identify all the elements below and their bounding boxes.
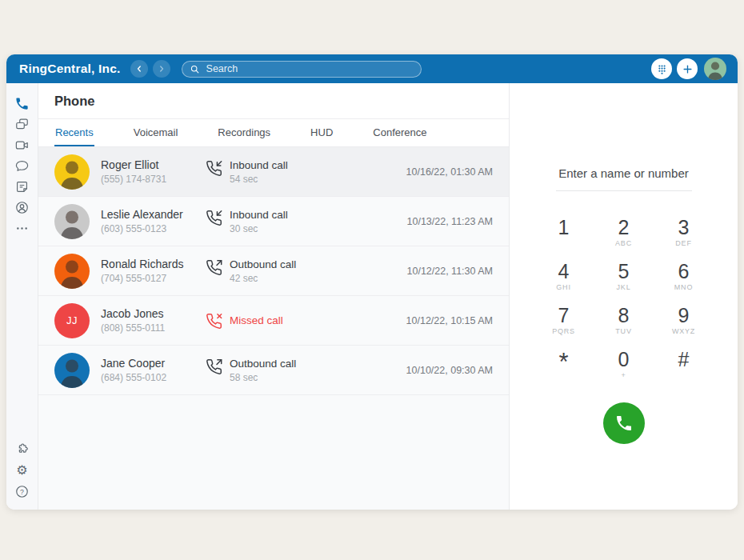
key-letters: TUV (615, 327, 631, 336)
dialpad-key-star[interactable]: * (534, 347, 594, 391)
call-type: Outbound call 42 sec (206, 258, 296, 284)
svg-text:?: ? (20, 487, 24, 495)
dialpad-key-8[interactable]: 8TUV (594, 303, 654, 347)
left-navigation-rail: ⚙ ? (6, 83, 38, 510)
call-duration: 54 sec (230, 174, 288, 185)
sidebar-item-text[interactable] (12, 114, 33, 134)
caller-info: Roger Elliot (555) 174-8731 (101, 158, 205, 185)
nav-back-button[interactable] (130, 60, 148, 78)
notes-icon (14, 179, 30, 194)
key-letters: DEF (675, 239, 691, 248)
call-row[interactable]: Ronald Richards (704) 555-0127 Outbound … (38, 246, 509, 296)
key-digit: 3 (678, 215, 690, 239)
phone-panel: Phone Recents Voicemail Recordings HUD C… (38, 83, 510, 510)
caller-number: (555) 174-8731 (101, 174, 205, 185)
dial-input-wrap (556, 166, 692, 191)
tab-recordings[interactable]: Recordings (217, 119, 271, 146)
call-timestamp: 10/16/22, 01:30 AM (406, 166, 493, 178)
help-icon: ? (14, 484, 30, 499)
dialpad-key-1[interactable]: 1 (534, 215, 594, 259)
avatar: JJ (54, 303, 90, 338)
desktop-background: RingCentral, Inc. (0, 0, 744, 560)
open-dialpad-button[interactable] (651, 58, 672, 79)
call-type-label: Missed call (230, 314, 283, 326)
plus-icon (682, 63, 694, 75)
tab-conference[interactable]: Conference (372, 119, 427, 146)
call-timestamp: 10/12/22, 10:15 AM (406, 315, 493, 326)
call-row[interactable]: Leslie Alexander (603) 555-0123 Inbound … (38, 197, 509, 246)
sidebar-item-settings[interactable]: ⚙ (12, 460, 33, 481)
caller-name: Leslie Alexander (101, 208, 205, 221)
key-letters: JKL (617, 283, 631, 292)
phone-icon (14, 96, 30, 111)
sidebar-item-contacts[interactable] (12, 197, 33, 218)
key-digit: # (678, 347, 690, 371)
call-type: Inbound call 30 sec (206, 209, 288, 234)
call-timestamp: 10/13/22, 11:23 AM (407, 216, 494, 227)
top-bar: RingCentral, Inc. (6, 54, 738, 83)
search-input[interactable] (205, 62, 414, 75)
video-icon (14, 138, 30, 153)
key-digit: 8 (618, 303, 630, 327)
key-letters: + (621, 371, 626, 380)
key-digit: 9 (678, 303, 690, 327)
key-digit: 0 (618, 347, 630, 371)
call-row[interactable]: JJ Jacob Jones (808) 555-0111 Missed cal… (38, 296, 509, 346)
caller-info: Jane Cooper (684) 555-0102 (101, 357, 205, 383)
more-dots-icon (14, 221, 30, 236)
call-type: Inbound call 54 sec (206, 159, 288, 185)
outbound-call-icon (206, 259, 222, 276)
search-icon (190, 64, 200, 74)
key-digit: 4 (558, 259, 570, 283)
sidebar-item-chat[interactable] (12, 155, 33, 176)
sidebar-item-phone[interactable] (12, 93, 33, 114)
dialpad-key-0[interactable]: 0+ (594, 347, 654, 391)
sidebar-item-notes[interactable] (12, 176, 33, 197)
caller-number: (603) 555-0123 (101, 223, 205, 234)
dialpad-key-7[interactable]: 7PQRS (534, 303, 594, 347)
call-type-label: Inbound call (230, 159, 288, 171)
call-type-label: Inbound call (230, 209, 288, 221)
key-digit: * (558, 347, 568, 378)
global-search[interactable] (182, 61, 422, 78)
tab-recents[interactable]: Recents (54, 119, 94, 146)
tab-voicemail[interactable]: Voicemail (133, 119, 179, 146)
sidebar-item-video[interactable] (12, 134, 33, 155)
key-digit: 1 (558, 215, 570, 239)
avatar (54, 204, 90, 239)
chat-bubble-icon (14, 158, 30, 174)
sidebar-item-apps[interactable] (12, 439, 33, 460)
phone-tabs: Recents Voicemail Recordings HUD Confere… (38, 119, 509, 147)
start-call-button[interactable] (603, 402, 645, 444)
key-digit: 5 (618, 259, 630, 283)
inbound-call-icon (206, 160, 222, 177)
dialpad-keys: 1 2ABC 3DEF 4GHI 5JKL 6MNO 7PQRS 8TUV 9W… (534, 215, 714, 391)
dialpad-key-6[interactable]: 6MNO (654, 259, 714, 303)
dialpad-key-5[interactable]: 5JKL (594, 259, 654, 303)
tab-hud[interactable]: HUD (310, 119, 334, 146)
key-letters: MNO (674, 283, 693, 292)
sidebar-item-more[interactable] (12, 218, 33, 238)
call-row[interactable]: Roger Elliot (555) 174-8731 Inbound call… (38, 147, 509, 197)
dialpad-key-pound[interactable]: # (654, 347, 714, 391)
dialpad-key-4[interactable]: 4GHI (534, 259, 594, 303)
user-avatar[interactable] (704, 58, 726, 80)
new-action-button[interactable] (677, 58, 698, 79)
dialer-panel: 1 2ABC 3DEF 4GHI 5JKL 6MNO 7PQRS 8TUV 9W… (510, 83, 738, 510)
avatar (54, 254, 90, 289)
call-timestamp: 10/12/22, 11:30 AM (407, 266, 494, 277)
contact-photo (54, 353, 90, 388)
caller-name: Roger Elliot (101, 158, 205, 171)
dial-number-input[interactable] (556, 166, 692, 191)
call-type: Missed call (206, 312, 283, 330)
caller-number: (704) 555-0127 (101, 273, 205, 284)
dialpad-key-2[interactable]: 2ABC (594, 215, 654, 259)
dialpad-key-3[interactable]: 3DEF (654, 215, 714, 259)
puzzle-icon (14, 442, 30, 458)
nav-forward-button[interactable] (153, 60, 170, 78)
app-body: ⚙ ? Phone Recents Voicemail Recordings H… (6, 83, 738, 510)
call-row[interactable]: Jane Cooper (684) 555-0102 Outbound call… (38, 346, 509, 395)
dialpad-key-9[interactable]: 9WXYZ (654, 303, 714, 347)
call-duration: 58 sec (230, 372, 296, 383)
sidebar-item-help[interactable]: ? (12, 481, 33, 502)
